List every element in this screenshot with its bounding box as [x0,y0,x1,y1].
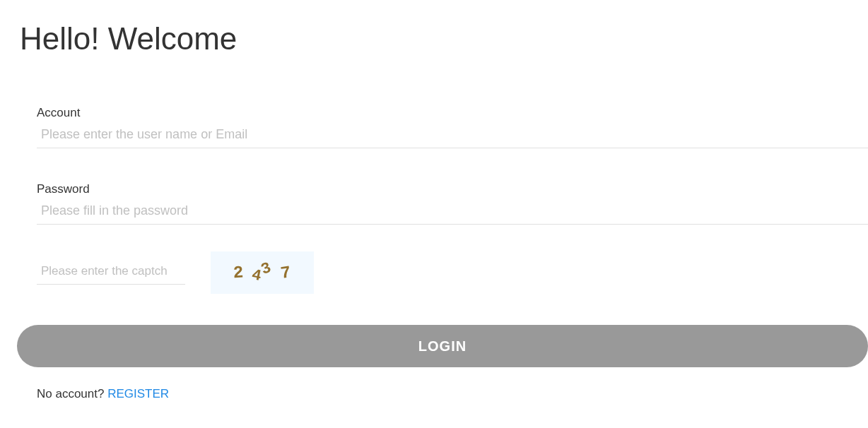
register-row: No account? REGISTER [37,387,868,401]
account-label: Account [37,106,868,120]
account-group: Account [37,106,868,148]
no-account-text: No account? [37,387,107,400]
password-group: Password [37,182,868,225]
login-form: Account Password 2 4 3 7 LOGIN No accoun… [0,106,868,401]
captcha-char: 7 [279,263,292,283]
password-input[interactable] [37,201,868,225]
password-label: Password [37,182,868,196]
page-title: Hello! Welcome [20,21,868,57]
login-button[interactable]: LOGIN [17,325,868,367]
captcha-input[interactable] [37,261,185,285]
register-link[interactable]: REGISTER [107,387,169,400]
captcha-image[interactable]: 2 4 3 7 [211,251,314,294]
account-input[interactable] [37,124,868,148]
captcha-row: 2 4 3 7 [37,251,868,294]
captcha-char: 2 [233,263,245,283]
